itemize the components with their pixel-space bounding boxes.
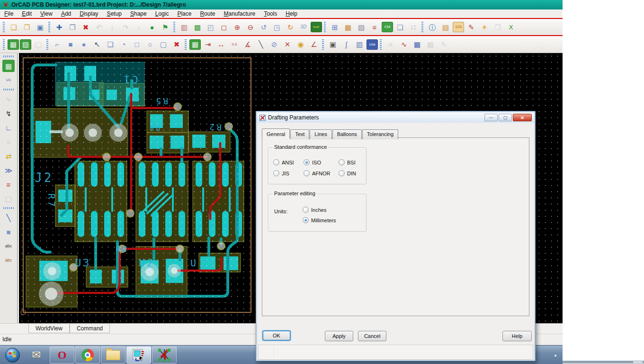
delete-icon[interactable]: ✖	[80, 21, 92, 33]
fanout-icon[interactable]: ≫	[2, 164, 15, 176]
board-zoom-icon[interactable]: ▦	[189, 39, 201, 50]
place-module-icon[interactable]: ▦	[2, 60, 15, 72]
board-geometry-icon[interactable]: ▦	[8, 39, 19, 50]
radio-circle[interactable]	[273, 159, 279, 165]
highlight-sphere-icon[interactable]: ●	[146, 21, 158, 33]
net-schedule-icon[interactable]: ∿	[2, 93, 15, 105]
info-icon[interactable]: ⓘ	[426, 21, 438, 33]
orcad-app-icon[interactable]	[152, 346, 177, 364]
zoom-out-icon[interactable]: ⊖	[244, 21, 257, 33]
datum-dimension-icon[interactable]: ⇥	[202, 38, 214, 51]
radio-millimeters[interactable]: Millimeters	[303, 217, 336, 223]
zoom-fit-icon[interactable]: ▩	[191, 21, 204, 33]
diameter-dimension-icon[interactable]: ⊘	[268, 38, 280, 51]
shape-circle-filled-icon[interactable]: ●	[78, 38, 90, 51]
grid-toggle-icon[interactable]: ⊞	[329, 21, 341, 33]
apply-button[interactable]: Apply	[325, 331, 353, 341]
leader-line-icon[interactable]: ∠	[308, 38, 320, 51]
select-pointer-icon[interactable]: ↖	[91, 38, 103, 51]
tune-delay-icon[interactable]: ≈	[2, 136, 15, 148]
dialog-title-bar[interactable]: Drafting Parameters — ▢ ✕	[257, 112, 534, 123]
zoom-in-icon[interactable]: ⊕	[231, 21, 243, 33]
show-hidden-icons-button[interactable]: ▲	[550, 350, 561, 360]
add-rect-icon[interactable]: ■	[2, 226, 15, 238]
markup-pen-icon[interactable]: ✎	[438, 38, 450, 51]
component-u1-icon[interactable]: U1	[2, 74, 15, 86]
tab-text[interactable]: Text	[290, 129, 309, 139]
zoom-previous-icon[interactable]: ↺	[258, 21, 270, 33]
angular-dimension-icon[interactable]: ∡	[242, 38, 254, 51]
add-text-icon[interactable]: abc	[2, 240, 15, 252]
pcb-editor-app-icon[interactable]	[126, 346, 151, 364]
viewer-horizontal-scrollbar[interactable]	[563, 361, 644, 364]
linear-dimension-icon[interactable]: ↔	[215, 38, 227, 51]
swap-pins-icon[interactable]: ⇄	[2, 150, 15, 162]
layer-stack-icon[interactable]: ≡	[368, 21, 381, 33]
radio-circle[interactable]	[303, 207, 309, 213]
help-button[interactable]: Help	[502, 331, 532, 341]
redo-icon[interactable]: ↷	[119, 21, 132, 33]
cancel-button[interactable]: Cancel	[358, 331, 386, 341]
cross-section-icon[interactable]: ▥	[353, 38, 366, 51]
start-button[interactable]	[1, 346, 24, 364]
tab-tolerancing[interactable]: Tolerancing	[362, 129, 398, 139]
view-3d-icon[interactable]: 3D	[297, 21, 310, 33]
redo-list-icon[interactable]: ↓	[133, 21, 145, 33]
dots-options-icon[interactable]: ∷	[407, 21, 420, 33]
shape-dashed-rect-icon[interactable]: ▢	[157, 38, 170, 51]
shape-rect-outline-icon[interactable]: □	[131, 38, 143, 51]
ok-button[interactable]: OK	[262, 330, 291, 341]
opera-app-icon[interactable]: O	[50, 346, 74, 364]
radio-din[interactable]: DIN	[339, 170, 367, 176]
radio-iso[interactable]: ISO	[304, 159, 339, 165]
menu-display[interactable]: Display	[75, 10, 102, 18]
probe-tools-icon[interactable]: ∫	[340, 38, 352, 51]
dialog-maximize-button[interactable]: ▢	[499, 114, 512, 121]
menu-manufacture[interactable]: Manufacture	[219, 10, 259, 18]
odb-export-icon[interactable]: ODB	[367, 39, 378, 50]
menu-edit[interactable]: Edit	[18, 10, 36, 18]
drc-browser-icon[interactable]: ∿	[398, 38, 410, 51]
radio-circle[interactable]	[339, 159, 345, 165]
radio-ansi[interactable]: ANSI	[273, 159, 304, 165]
scrollbar-thumb[interactable]	[633, 361, 643, 364]
tab-balloons[interactable]: Balloons	[332, 129, 362, 139]
report-icon[interactable]: ≡	[385, 38, 397, 51]
dialog-minimize-button[interactable]: —	[484, 114, 498, 121]
balloon-icon[interactable]: ◉	[295, 38, 307, 51]
menu-place[interactable]: Place	[173, 10, 196, 18]
worldview-tab[interactable]: WorldView	[28, 324, 70, 333]
snapshot-camera-icon[interactable]: ▣	[327, 38, 339, 51]
highlight-sun-icon[interactable]: ☀	[478, 21, 491, 33]
radio-circle[interactable]	[304, 170, 310, 176]
flip-design-icon[interactable]: FLIP	[311, 22, 322, 32]
menu-route[interactable]: Route	[196, 10, 219, 18]
shape-circle-outline-icon[interactable]: ○	[144, 38, 156, 51]
pages-icon[interactable]: ❒	[492, 21, 504, 33]
decimal-dimension-icon[interactable]: 0.0	[228, 38, 241, 51]
undo-icon[interactable]: ↶	[93, 21, 105, 33]
radio-inches[interactable]: Inches	[303, 207, 336, 213]
tab-general[interactable]: General	[262, 128, 290, 138]
menu-file[interactable]: File	[0, 10, 18, 18]
shape-arc-icon[interactable]: ◔	[117, 38, 130, 51]
shape-rect-filled-icon[interactable]: ■	[64, 38, 77, 51]
zoom-world-icon[interactable]: ◳	[271, 21, 283, 33]
menu-add[interactable]: Add	[57, 10, 75, 18]
add-connect-icon[interactable]: ↯	[2, 107, 15, 119]
undo-list-icon[interactable]: ↓	[106, 21, 118, 33]
radio-circle[interactable]	[339, 170, 345, 176]
save-icon[interactable]: ▣	[34, 21, 46, 33]
radio-circle[interactable]	[303, 217, 309, 223]
move-icon[interactable]: ✚	[53, 21, 65, 33]
zoom-area-icon[interactable]: ◰	[205, 21, 217, 33]
redraw-icon[interactable]: ↻	[284, 21, 296, 33]
open-folder-icon[interactable]: ❒	[21, 21, 33, 33]
menu-help[interactable]: Help	[281, 10, 302, 18]
shape-corner-icon[interactable]: ⌐	[51, 38, 63, 51]
spread-lines-icon[interactable]: ≡	[2, 178, 15, 191]
edit-text-icon[interactable]: abc	[2, 254, 15, 266]
zoom-selection-icon[interactable]: ◻	[218, 21, 230, 33]
radio-bsi[interactable]: BSI	[339, 159, 367, 165]
radio-jis[interactable]: JIS	[273, 170, 304, 176]
